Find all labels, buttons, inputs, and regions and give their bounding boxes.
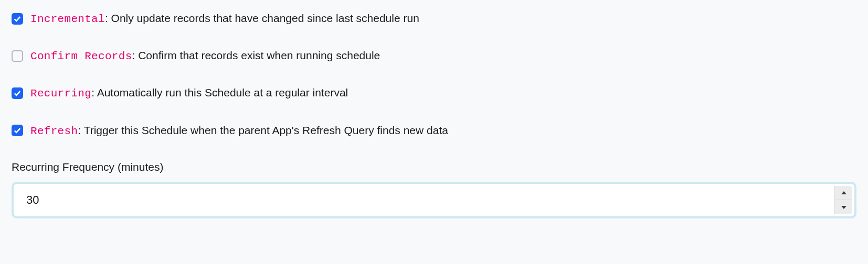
- recurring-frequency-input[interactable]: [14, 184, 832, 216]
- check-icon: [14, 15, 21, 23]
- option-confirm-records: Confirm Records: Confirm that records ex…: [12, 49, 856, 63]
- option-incremental: Incremental: Only update records that ha…: [12, 12, 856, 26]
- recurring-key: Recurring: [30, 87, 91, 100]
- confirm-records-desc: Confirm that records exist when running …: [138, 49, 380, 61]
- incremental-key: Incremental: [30, 13, 105, 25]
- recurring-frequency-field: [12, 182, 856, 218]
- refresh-checkbox[interactable]: [12, 125, 23, 136]
- confirm-records-checkbox[interactable]: [12, 50, 23, 62]
- recurring-frequency-label: Recurring Frequency (minutes): [12, 161, 856, 173]
- check-icon: [14, 90, 21, 97]
- refresh-label: Refresh: Trigger this Schedule when the …: [30, 124, 448, 138]
- recurring-label: Recurring: Automatically run this Schedu…: [30, 86, 348, 100]
- option-recurring: Recurring: Automatically run this Schedu…: [12, 86, 856, 100]
- confirm-records-label: Confirm Records: Confirm that records ex…: [30, 49, 380, 63]
- refresh-desc: Trigger this Schedule when the parent Ap…: [84, 124, 448, 136]
- number-stepper: [834, 186, 852, 214]
- chevron-up-icon: [841, 191, 846, 194]
- check-icon: [14, 127, 21, 134]
- incremental-label: Incremental: Only update records that ha…: [30, 12, 419, 26]
- svg-marker-0: [841, 191, 846, 194]
- stepper-up-button[interactable]: [835, 186, 852, 201]
- incremental-checkbox[interactable]: [12, 13, 23, 25]
- recurring-desc: Automatically run this Schedule at a reg…: [97, 86, 348, 98]
- chevron-down-icon: [841, 206, 846, 209]
- stepper-down-button[interactable]: [835, 200, 852, 214]
- svg-marker-1: [841, 206, 846, 209]
- refresh-key: Refresh: [30, 125, 78, 137]
- confirm-records-key: Confirm Records: [30, 50, 132, 62]
- recurring-checkbox[interactable]: [12, 87, 23, 99]
- incremental-desc: Only update records that have changed si…: [111, 12, 419, 24]
- option-refresh: Refresh: Trigger this Schedule when the …: [12, 124, 856, 138]
